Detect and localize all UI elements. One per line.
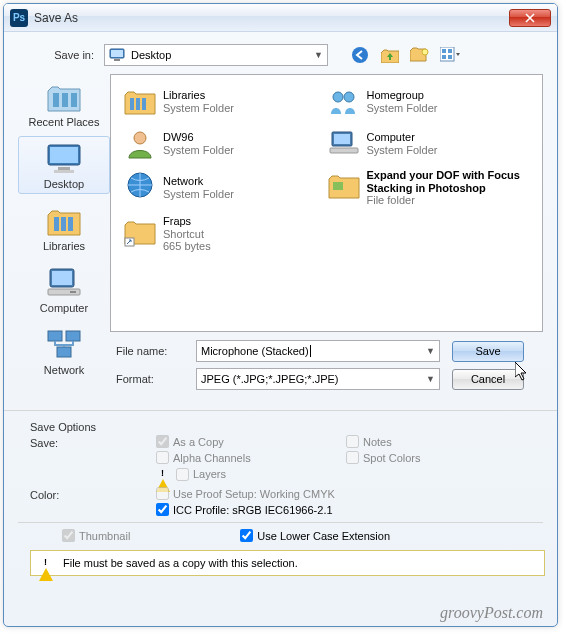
window-title: Save As bbox=[34, 11, 78, 25]
recent-places-icon bbox=[44, 78, 84, 116]
checkbox-alpha: Alpha Channels bbox=[156, 451, 306, 464]
new-folder-button[interactable] bbox=[410, 45, 430, 65]
up-icon bbox=[381, 47, 399, 63]
svg-point-3 bbox=[352, 47, 368, 63]
svg-rect-18 bbox=[61, 217, 66, 231]
svg-rect-17 bbox=[54, 217, 59, 231]
svg-rect-10 bbox=[53, 93, 59, 107]
file-list[interactable]: LibrariesSystem Folder HomegroupSystem F… bbox=[110, 74, 543, 332]
svg-rect-19 bbox=[68, 217, 73, 231]
close-icon bbox=[525, 13, 535, 23]
up-button[interactable] bbox=[380, 45, 400, 65]
svg-rect-29 bbox=[142, 98, 146, 110]
warning-icon bbox=[39, 556, 55, 570]
sidebar-label: Network bbox=[44, 364, 84, 376]
checkbox-spot: Spot Colors bbox=[346, 451, 496, 464]
list-item[interactable]: ComputerSystem Folder bbox=[327, 127, 531, 161]
savein-value: Desktop bbox=[131, 49, 171, 61]
svg-rect-27 bbox=[130, 98, 134, 110]
network-icon bbox=[44, 326, 84, 364]
svg-rect-1 bbox=[111, 50, 123, 57]
savein-label: Save in: bbox=[18, 49, 104, 61]
info-text: File must be saved as a copy with this s… bbox=[63, 557, 298, 569]
svg-rect-23 bbox=[70, 291, 76, 293]
svg-rect-9 bbox=[448, 55, 452, 59]
svg-rect-16 bbox=[54, 170, 74, 173]
chevron-down-icon: ▼ bbox=[426, 374, 435, 384]
save-button[interactable]: Save bbox=[452, 341, 524, 362]
sidebar-item-computer[interactable]: Computer bbox=[18, 260, 110, 318]
color-section-label: Color: bbox=[30, 487, 120, 516]
svg-rect-28 bbox=[136, 98, 140, 110]
format-combo[interactable]: JPEG (*.JPG;*.JPEG;*.JPE) ▼ bbox=[196, 368, 440, 390]
sidebar-label: Desktop bbox=[44, 178, 84, 190]
svg-point-32 bbox=[134, 132, 146, 144]
folder-icon bbox=[327, 169, 361, 203]
view-menu-button[interactable] bbox=[440, 45, 460, 65]
warning-icon bbox=[156, 467, 172, 481]
list-item[interactable]: FrapsShortcut665 bytes bbox=[123, 215, 327, 253]
save-as-dialog: Ps Save As Save in: Desktop ▼ bbox=[3, 3, 558, 627]
computer-icon bbox=[327, 127, 361, 161]
close-button[interactable] bbox=[509, 9, 551, 27]
list-item[interactable]: LibrariesSystem Folder bbox=[123, 85, 327, 119]
chevron-down-icon: ▼ bbox=[314, 50, 323, 60]
text-cursor bbox=[310, 345, 311, 357]
checkbox-notes: Notes bbox=[346, 435, 496, 448]
format-label: Format: bbox=[108, 373, 196, 385]
titlebar: Ps Save As bbox=[4, 4, 557, 32]
checkbox-lowercase-ext[interactable]: Use Lower Case Extension bbox=[240, 529, 390, 542]
svg-rect-6 bbox=[442, 49, 446, 53]
checkbox-thumbnail: Thumbnail bbox=[62, 529, 130, 542]
svg-rect-15 bbox=[58, 167, 70, 170]
svg-rect-2 bbox=[114, 59, 120, 61]
svg-point-31 bbox=[344, 92, 354, 102]
libraries-icon bbox=[123, 85, 157, 119]
photoshop-icon: Ps bbox=[10, 9, 28, 27]
checkbox-icc-profile[interactable]: ICC Profile: sRGB IEC61966-2.1 bbox=[156, 503, 335, 516]
savein-combo[interactable]: Desktop ▼ bbox=[104, 44, 328, 66]
save-options-panel: Save Options Save: As a Copy Notes Alpha… bbox=[4, 417, 557, 542]
places-sidebar: Recent Places Desktop Libraries Computer… bbox=[18, 74, 110, 332]
sidebar-item-libraries[interactable]: Libraries bbox=[18, 198, 110, 256]
sidebar-item-recent[interactable]: Recent Places bbox=[18, 74, 110, 132]
new-folder-icon bbox=[410, 47, 430, 63]
desktop-icon bbox=[44, 140, 84, 178]
cancel-button[interactable]: Cancel bbox=[452, 369, 524, 390]
libraries-icon bbox=[44, 202, 84, 240]
desktop-icon bbox=[109, 48, 125, 62]
svg-rect-12 bbox=[71, 93, 77, 107]
sidebar-label: Libraries bbox=[43, 240, 85, 252]
svg-rect-7 bbox=[448, 49, 452, 53]
svg-rect-37 bbox=[333, 182, 343, 190]
svg-rect-21 bbox=[52, 271, 72, 285]
list-item[interactable]: NetworkSystem Folder bbox=[123, 169, 327, 207]
svg-point-30 bbox=[333, 92, 343, 102]
filename-label: File name: bbox=[108, 345, 196, 357]
back-button[interactable] bbox=[350, 45, 370, 65]
svg-rect-14 bbox=[50, 147, 78, 163]
sidebar-item-network[interactable]: Network bbox=[18, 322, 110, 380]
computer-icon bbox=[44, 264, 84, 302]
info-bar: File must be saved as a copy with this s… bbox=[30, 550, 545, 576]
view-icon bbox=[440, 47, 460, 63]
list-item[interactable]: DW96System Folder bbox=[123, 127, 327, 161]
checkbox-proof-setup: Use Proof Setup: Working CMYK bbox=[156, 487, 335, 500]
list-item[interactable]: HomegroupSystem Folder bbox=[327, 85, 531, 119]
svg-rect-26 bbox=[57, 347, 71, 357]
sidebar-label: Computer bbox=[40, 302, 88, 314]
homegroup-icon bbox=[327, 85, 361, 119]
list-item[interactable]: Expand your DOF with Focus Stacking in P… bbox=[327, 169, 531, 207]
sidebar-item-desktop[interactable]: Desktop bbox=[18, 136, 110, 194]
svg-point-4 bbox=[422, 49, 428, 55]
svg-rect-24 bbox=[48, 331, 62, 341]
svg-rect-34 bbox=[334, 134, 350, 144]
network-globe-icon bbox=[123, 169, 157, 203]
save-options-heading: Save Options bbox=[30, 421, 543, 433]
shortcut-icon bbox=[123, 215, 157, 249]
checkbox-as-copy: As a Copy bbox=[156, 435, 306, 448]
filename-input[interactable]: Microphone (Stacked) ▼ bbox=[196, 340, 440, 362]
svg-rect-25 bbox=[66, 331, 80, 341]
checkbox-layers: Layers bbox=[156, 467, 496, 481]
save-section-label: Save: bbox=[30, 435, 120, 481]
